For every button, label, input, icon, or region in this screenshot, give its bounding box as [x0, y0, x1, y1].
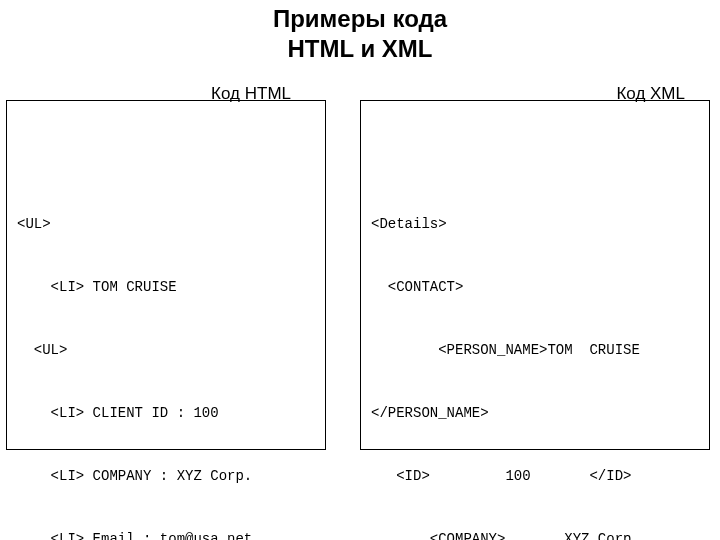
- code-line: <LI> CLIENT ID : 100: [17, 403, 315, 424]
- page-title: Примеры кода HTML и XML: [0, 4, 720, 64]
- code-line: <UL>: [17, 214, 315, 235]
- code-line: <LI> TOM CRUISE: [17, 277, 315, 298]
- code-line: </PERSON_NAME>: [371, 403, 699, 424]
- code-line: <LI> COMPANY : XYZ Corp.: [17, 466, 315, 487]
- code-line: <Details>: [371, 214, 699, 235]
- code-panels: Код HTML <UL> <LI> TOM CRUISE <UL> <LI> …: [0, 64, 720, 450]
- code-line: <COMPANY> XYZ Corp.: [371, 529, 699, 540]
- html-code-panel: Код HTML <UL> <LI> TOM CRUISE <UL> <LI> …: [6, 100, 326, 450]
- code-line: <PERSON_NAME>TOM CRUISE: [371, 340, 699, 361]
- html-panel-label: Код HTML: [211, 83, 291, 104]
- code-line: <CONTACT>: [371, 277, 699, 298]
- code-line: <UL>: [17, 340, 315, 361]
- xml-code-panel: Код XML <Details> <CONTACT> <PERSON_NAME…: [360, 100, 710, 450]
- html-code-lines: <UL> <LI> TOM CRUISE <UL> <LI> CLIENT ID…: [17, 172, 315, 540]
- title-line-2: HTML и XML: [0, 34, 720, 64]
- xml-panel-label: Код XML: [616, 83, 685, 104]
- code-line: <ID> 100 </ID>: [371, 466, 699, 487]
- xml-code-lines: <Details> <CONTACT> <PERSON_NAME>TOM CRU…: [371, 172, 699, 540]
- code-line: <LI> Email : tom@usa.net: [17, 529, 315, 540]
- title-line-1: Примеры кода: [0, 4, 720, 34]
